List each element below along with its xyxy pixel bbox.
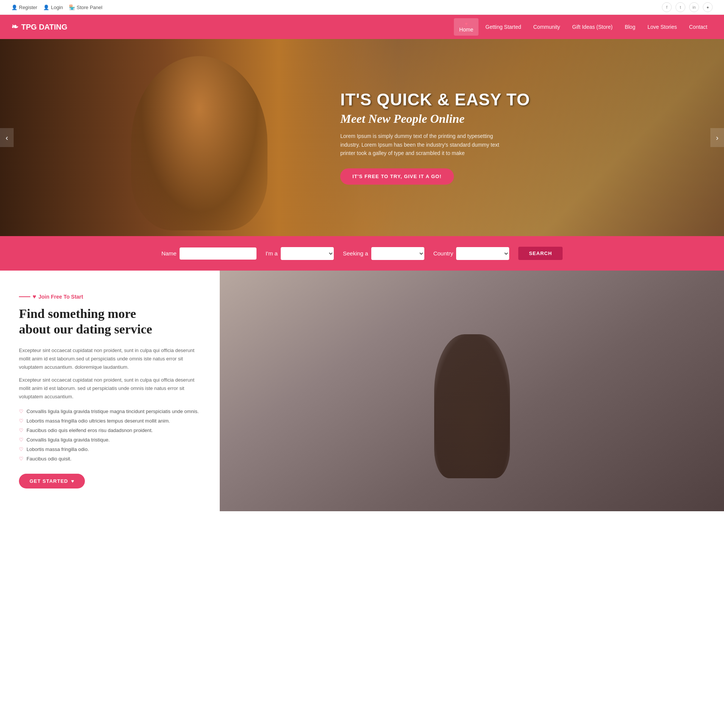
list-item: ♡Faucibus odio quisit. [19, 456, 201, 462]
facebook-link[interactable]: f [662, 2, 672, 12]
about-title-line1: Find something more [19, 307, 136, 321]
store-panel-link[interactable]: 🏪 Store Panel [69, 5, 102, 10]
heart-bullet-icon: ♡ [19, 437, 23, 443]
top-bar: 👤 Register 👤 Login 🏪 Store Panel f t in … [0, 0, 724, 15]
country-select[interactable]: USA UK Australia Canada [456, 247, 509, 260]
chevron-right-icon: › [716, 133, 719, 142]
login-label: Login [51, 5, 63, 10]
store-icon: 🏪 [69, 5, 75, 10]
about-title: Find something more about our dating ser… [19, 306, 201, 337]
hero-title-upper: IT'S QUICK & EASY TO [340, 91, 688, 109]
about-content: ♥ Join Free To Start Find something more… [0, 271, 220, 511]
about-tag-line: ♥ Join Free To Start [19, 293, 83, 300]
about-couple-figure [415, 319, 529, 478]
logo-text: TPG DATING [21, 23, 67, 31]
hero-image [0, 39, 398, 236]
im-a-select[interactable]: Man Woman [281, 247, 334, 260]
about-features-list: ♡Convallis ligula ligula gravida tristiq… [19, 409, 201, 462]
nav-gift-ideas[interactable]: Gift Ideas (Store) [567, 21, 618, 33]
country-field-group: Country USA UK Australia Canada [433, 247, 510, 260]
seeking-label: Seeking a [343, 250, 368, 257]
top-bar-links: 👤 Register 👤 Login 🏪 Store Panel [11, 5, 102, 10]
hero-description: Lorem Ipsum is simply dummy text of the … [340, 132, 499, 158]
heart-bullet-icon: ♡ [19, 418, 23, 424]
login-icon: 👤 [43, 5, 49, 10]
about-section: ♥ Join Free To Start Find something more… [0, 271, 724, 511]
seeking-select[interactable]: Man Woman [371, 247, 424, 260]
about-desc1: Excepteur sint occaecat cupidatat non pr… [19, 346, 201, 371]
list-item: ♡Lobortis massa fringilla odio. [19, 446, 201, 452]
hero-content: IT'S QUICK & EASY TO Meet New People Onl… [340, 91, 688, 185]
list-item: ♡Lobortis massa fringilla odio ultricies… [19, 418, 201, 424]
nav-blog[interactable]: Blog [619, 21, 641, 33]
hero-next-button[interactable]: › [710, 128, 724, 147]
instagram-link[interactable]: in [689, 2, 699, 12]
im-a-field-group: I'm a Man Woman [266, 247, 334, 260]
hero-cta-button[interactable]: IT'S FREE TO TRY, GIVE IT A GO! [340, 168, 453, 185]
main-nav: ♥ Home Getting Started Community Gift Id… [454, 18, 713, 36]
about-tag: ♥ Join Free To Start [19, 293, 201, 300]
about-image [220, 271, 724, 511]
register-label: Register [19, 5, 37, 10]
about-desc2: Excepteur sint occaecat cupidatat non pr… [19, 376, 201, 401]
get-started-button[interactable]: GET STARTED ♥ [19, 474, 85, 488]
name-field-group: Name [161, 247, 256, 260]
social-links: f t in ● [662, 2, 713, 12]
about-tag-label: Join Free To Start [39, 294, 83, 300]
logo[interactable]: ❧ TPG DATING [11, 22, 67, 32]
heart-bullet-icon: ♡ [19, 456, 23, 462]
heart-bullet-icon: ♡ [19, 446, 23, 452]
nav-getting-started[interactable]: Getting Started [480, 21, 526, 33]
list-item: ♡Convallis ligula ligula gravida tristiq… [19, 409, 201, 414]
logo-icon: ❧ [11, 22, 18, 32]
get-started-label: GET STARTED [30, 478, 68, 484]
hero-title-lower: Meet New People Online [340, 112, 688, 126]
nav-love-stories[interactable]: Love Stories [642, 21, 682, 33]
country-label: Country [433, 250, 453, 257]
nav-community[interactable]: Community [528, 21, 566, 33]
about-image-inner [220, 271, 724, 511]
twitter-link[interactable]: t [676, 2, 685, 12]
register-link[interactable]: 👤 Register [11, 5, 37, 10]
hero-prev-button[interactable]: ‹ [0, 128, 14, 147]
login-link[interactable]: 👤 Login [43, 5, 63, 10]
hero-section: IT'S QUICK & EASY TO Meet New People Onl… [0, 39, 724, 236]
about-heart-icon: ♥ [33, 293, 36, 300]
name-input[interactable] [180, 247, 256, 260]
nav-home-heart: ♥ [459, 21, 473, 27]
list-item: ♡Convallis ligula ligula gravida tristiq… [19, 437, 201, 443]
heart-bullet-icon: ♡ [19, 409, 23, 414]
nav-contact[interactable]: Contact [684, 21, 713, 33]
name-label: Name [161, 250, 177, 257]
chevron-left-icon: ‹ [6, 133, 8, 142]
header: ❧ TPG DATING ♥ Home Getting Started Comm… [0, 15, 724, 39]
get-started-heart-icon: ♥ [71, 478, 75, 484]
other-social-link[interactable]: ● [703, 2, 713, 12]
im-a-label: I'm a [266, 250, 278, 257]
heart-bullet-icon: ♡ [19, 427, 23, 433]
couple-silhouette [131, 56, 267, 230]
nav-home[interactable]: ♥ Home [454, 18, 478, 36]
list-item: ♡Faucibus odio quis eleifend eros risu d… [19, 427, 201, 433]
register-icon: 👤 [11, 5, 17, 10]
search-bar: Name I'm a Man Woman Seeking a Man Woman… [0, 236, 724, 271]
search-button[interactable]: SEARCH [518, 247, 563, 260]
store-panel-label: Store Panel [77, 5, 102, 10]
seeking-field-group: Seeking a Man Woman [343, 247, 424, 260]
about-title-line2: about our dating service [19, 322, 152, 336]
